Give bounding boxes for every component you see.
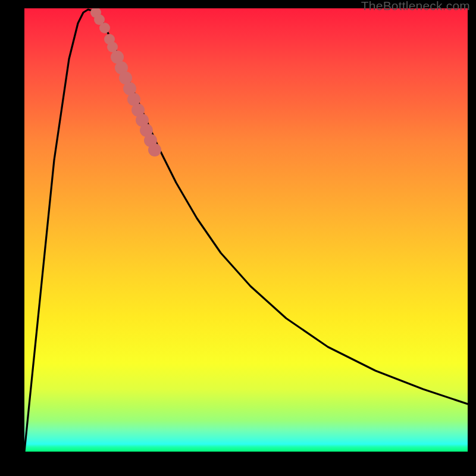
data-point-marker — [99, 23, 110, 33]
plot-area — [24, 8, 468, 452]
chart-svg — [24, 8, 468, 452]
watermark-text: TheBottleneck.com — [361, 0, 470, 13]
curve-line — [24, 10, 468, 452]
data-point-marker — [148, 143, 161, 156]
curve-markers — [90, 8, 161, 156]
bottleneck-curve — [24, 10, 468, 452]
chart-container: TheBottleneck.com — [0, 0, 476, 476]
